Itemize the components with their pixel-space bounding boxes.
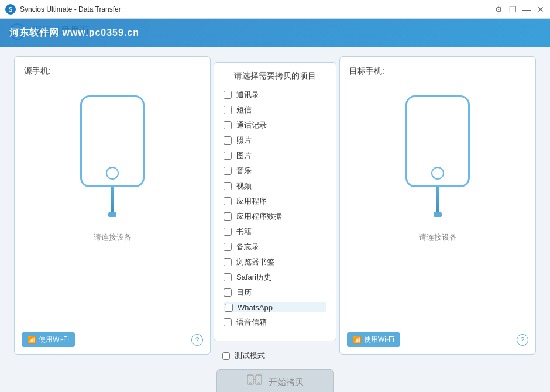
close-btn[interactable]: ✕ (536, 5, 545, 14)
checkbox-label-5: 音乐 (236, 166, 252, 176)
middle-panel: 请选择需要拷贝的项目 通讯录短信通话记录照片图片音乐视频应用程序应用程序数据书籍… (211, 62, 339, 392)
checkbox-item-3: 照片 (224, 135, 326, 146)
svg-rect-2 (248, 375, 253, 384)
checkbox-item-13: 日历 (224, 287, 326, 298)
checkbox-应用程序[interactable] (224, 197, 232, 205)
settings-btn[interactable]: ⚙ (494, 5, 503, 14)
svg-point-5 (258, 382, 260, 384)
target-wifi-icon: 📶 (353, 336, 362, 344)
checkbox-label-7: 应用程序 (236, 196, 267, 207)
test-mode-label: 测试模式 (235, 350, 265, 361)
source-device-actions: 📶 使用Wi-Fi ? (22, 332, 203, 347)
checkbox-item-8: 应用程序数据 (224, 211, 326, 222)
checkbox-应用程序数据[interactable] (224, 212, 232, 221)
checkbox-Safari历史[interactable] (224, 273, 232, 281)
checkbox-照片[interactable] (224, 136, 232, 145)
checkbox-日历[interactable] (224, 288, 232, 297)
checkbox-list: 通讯录短信通话记录照片图片音乐视频应用程序应用程序数据书籍备忘录浏览器书签Saf… (224, 90, 326, 328)
checkbox-label-15: 语音信箱 (236, 317, 267, 328)
checkbox-书籍[interactable] (224, 228, 232, 236)
checkbox-语音信箱[interactable] (224, 318, 232, 326)
checkbox-item-4: 图片 (224, 150, 326, 161)
target-panel-title: 目标手机: (349, 66, 384, 77)
target-help-button[interactable]: ? (517, 334, 528, 346)
checkbox-item-14: WhatsApp (224, 302, 326, 312)
checkbox-label-13: 日历 (236, 287, 252, 298)
app-logo-icon: S (5, 4, 16, 15)
watermark-bar: 河东软件网 www.pc0359.cn (0, 19, 550, 47)
checkbox-通讯录[interactable] (224, 91, 232, 99)
target-device-panel: 目标手机: 请连接设备 📶 使用Wi-Fi ? (339, 56, 536, 355)
checkbox-WhatsApp[interactable] (225, 304, 233, 312)
test-mode-checkbox[interactable] (222, 352, 230, 360)
checkbox-label-0: 通讯录 (236, 90, 259, 100)
source-device-panel: 源手机: 请连接设备 📶 使用Wi-Fi ? (14, 56, 211, 355)
app-title: Syncios Ultimate - Data Transfer (20, 5, 121, 13)
checkbox-短信[interactable] (224, 106, 232, 114)
start-copy-label: 开始拷贝 (269, 377, 304, 388)
checkbox-item-2: 通话记录 (224, 120, 326, 130)
checkbox-label-14: WhatsApp (238, 303, 273, 312)
source-wifi-button[interactable]: 📶 使用Wi-Fi (22, 332, 75, 347)
main-content: 源手机: 请连接设备 📶 使用Wi-Fi ? 请选择需要拷贝的项目 通讯录短信通… (0, 44, 550, 364)
minimize-btn[interactable]: — (522, 5, 531, 14)
checkbox-label-6: 视频 (236, 181, 252, 191)
checkbox-item-7: 应用程序 (224, 196, 326, 207)
checkbox-label-11: 浏览器书签 (236, 257, 274, 267)
checkbox-item-5: 音乐 (224, 166, 326, 176)
target-phone-home-btn (431, 167, 444, 180)
checkbox-备忘录[interactable] (224, 243, 232, 251)
target-device-actions: 📶 使用Wi-Fi ? (347, 332, 528, 347)
transfer-icon (246, 373, 263, 392)
source-phone-cable (111, 187, 114, 212)
title-left: S Syncios Ultimate - Data Transfer (5, 4, 121, 15)
checkbox-item-10: 备忘录 (224, 242, 326, 252)
checkbox-通话记录[interactable] (224, 121, 232, 129)
checkbox-label-4: 图片 (236, 150, 252, 161)
restore-btn[interactable]: ❐ (508, 5, 517, 14)
source-phone-body (80, 95, 145, 187)
target-device-status: 请连接设备 (419, 232, 457, 243)
checkbox-label-10: 备忘录 (236, 242, 259, 252)
checkbox-item-9: 书籍 (224, 226, 326, 237)
svg-rect-4 (256, 375, 262, 384)
checkbox-item-11: 浏览器书签 (224, 257, 326, 267)
window-controls: ⚙ ❐ — ✕ (494, 5, 545, 14)
checkbox-label-12: Safari历史 (236, 272, 271, 283)
checkbox-音乐[interactable] (224, 167, 232, 175)
svg-text:S: S (9, 6, 13, 13)
checkbox-label-2: 通话记录 (236, 120, 267, 130)
target-phone-body (405, 95, 470, 187)
target-phone-cable (436, 187, 439, 212)
checkbox-浏览器书签[interactable] (224, 258, 232, 266)
checkbox-item-0: 通讯录 (224, 90, 326, 100)
test-mode-row: 测试模式 (222, 350, 265, 361)
source-panel-title: 源手机: (24, 66, 51, 77)
svg-point-3 (250, 382, 252, 384)
checkbox-label-1: 短信 (236, 105, 252, 115)
source-device-status: 请连接设备 (94, 232, 132, 243)
checkbox-item-12: Safari历史 (224, 272, 326, 283)
source-phone-home-btn (106, 167, 119, 180)
source-help-button[interactable]: ? (191, 334, 203, 346)
copy-options-box: 请选择需要拷贝的项目 通讯录短信通话记录照片图片音乐视频应用程序应用程序数据书籍… (214, 62, 336, 341)
checkbox-item-6: 视频 (224, 181, 326, 191)
copy-options-title: 请选择需要拷贝的项目 (224, 71, 326, 81)
checkbox-item-1: 短信 (224, 105, 326, 115)
watermark-text: 河东软件网 www.pc0359.cn (9, 27, 139, 39)
source-phone-illustration (77, 95, 147, 212)
checkbox-label-8: 应用程序数据 (236, 211, 282, 222)
checkbox-label-3: 照片 (236, 135, 252, 146)
target-wifi-button[interactable]: 📶 使用Wi-Fi (347, 332, 400, 347)
wifi-icon: 📶 (28, 336, 36, 344)
checkbox-图片[interactable] (224, 152, 232, 160)
checkbox-item-15: 语音信箱 (224, 317, 326, 328)
title-bar: S Syncios Ultimate - Data Transfer ⚙ ❐ —… (0, 0, 550, 19)
checkbox-视频[interactable] (224, 182, 232, 190)
target-phone-illustration (403, 95, 473, 212)
start-copy-button[interactable]: 开始拷贝 (216, 369, 334, 392)
checkbox-label-9: 书籍 (236, 226, 252, 237)
